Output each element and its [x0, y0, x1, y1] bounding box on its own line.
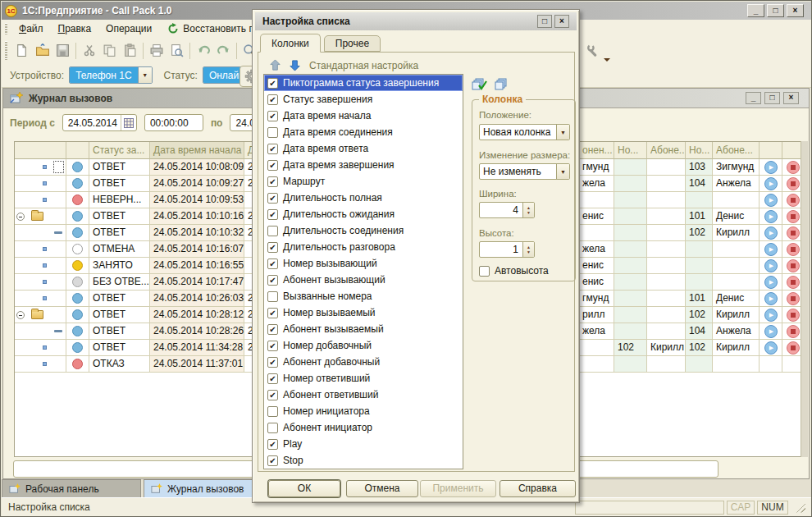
- cell-start[interactable]: 24.05.2014 10:28:26: [150, 323, 244, 340]
- minimize-button[interactable]: _: [747, 4, 764, 17]
- help-button[interactable]: Справка: [500, 480, 576, 497]
- play-button[interactable]: ▶: [764, 177, 778, 190]
- stop-button[interactable]: [787, 161, 800, 174]
- ok-button[interactable]: ОК: [268, 480, 340, 497]
- cell-ab2[interactable]: Кирилл: [713, 307, 760, 323]
- column-header-start[interactable]: Дата время начала: [150, 142, 244, 159]
- chevron-down-icon[interactable]: ▼: [556, 164, 569, 179]
- move-up-button[interactable]: [267, 57, 283, 72]
- column-list-item[interactable]: Номер инициатора: [264, 403, 463, 419]
- cell-abonent[interactable]: гмунд: [579, 291, 614, 307]
- cell-no1[interactable]: [614, 192, 647, 208]
- cell-no2[interactable]: [686, 241, 713, 258]
- status-icon-cell[interactable]: [66, 307, 89, 323]
- status-icon-cell[interactable]: [66, 159, 89, 176]
- date-from-field[interactable]: 24.05.2014: [62, 114, 137, 131]
- cell-ab1[interactable]: [647, 241, 686, 258]
- cell-status[interactable]: ЗАНЯТО: [89, 258, 150, 274]
- autoheight-checkbox[interactable]: Автовысота: [479, 265, 549, 277]
- cell-no2[interactable]: 104: [686, 176, 713, 192]
- cell-abonent[interactable]: енис: [579, 258, 614, 274]
- cell-abonent[interactable]: жела: [579, 323, 614, 340]
- cell-ab2[interactable]: [713, 258, 760, 274]
- column-checkbox[interactable]: [267, 193, 278, 204]
- cell-status[interactable]: ОТВЕТ: [89, 208, 150, 225]
- menu-item-1[interactable]: Файл: [11, 21, 51, 37]
- column-list-item[interactable]: Длительность разговора: [264, 239, 463, 255]
- column-checkbox[interactable]: [267, 258, 278, 269]
- cell-status[interactable]: ОТКАЗ: [89, 356, 150, 373]
- cell-start[interactable]: 24.05.2014 10:10:16: [150, 208, 244, 225]
- status-icon-cell[interactable]: [66, 274, 89, 291]
- play-button[interactable]: ▶: [764, 194, 778, 207]
- cell-ab1[interactable]: Кирилл: [647, 340, 686, 356]
- column-checkbox[interactable]: [267, 439, 278, 450]
- cell-ab1[interactable]: [647, 323, 686, 340]
- column-list-item[interactable]: Stop: [264, 452, 463, 469]
- cell-ab2[interactable]: Денис: [713, 208, 760, 225]
- column-list-item[interactable]: Абонент добавочный: [264, 354, 463, 370]
- spinner-arrows-icon[interactable]: ▲▼: [522, 242, 534, 257]
- cell-no1[interactable]: [614, 291, 647, 307]
- column-header-marker[interactable]: [15, 142, 66, 159]
- column-list-item[interactable]: Абонент инициатор: [264, 419, 463, 436]
- column-checkbox[interactable]: [267, 226, 278, 236]
- column-checkbox[interactable]: [267, 341, 278, 351]
- cell-ab2[interactable]: Анжела: [713, 323, 760, 340]
- cancel-button[interactable]: Отмена: [346, 480, 418, 497]
- cell-no2[interactable]: 102: [686, 340, 713, 356]
- cell-start[interactable]: 24.05.2014 10:16:55: [150, 258, 244, 274]
- stop-button[interactable]: [787, 292, 800, 305]
- toolbar-grip[interactable]: [5, 23, 7, 34]
- cell-start[interactable]: 24.05.2014 10:08:09: [150, 159, 244, 176]
- play-button[interactable]: ▶: [764, 161, 778, 174]
- cell-abonent[interactable]: рилл: [579, 307, 614, 323]
- calendar-icon[interactable]: [121, 115, 136, 130]
- column-checkbox[interactable]: [267, 308, 278, 318]
- cell-no2[interactable]: [686, 274, 713, 291]
- column-list-item[interactable]: Абонент ответивший: [264, 387, 463, 403]
- cell-ab1[interactable]: [647, 307, 686, 323]
- column-header-status[interactable]: Статус за...: [89, 142, 150, 159]
- cell-abonent[interactable]: [579, 225, 614, 241]
- resize-grip[interactable]: [795, 502, 805, 513]
- cell-ab2[interactable]: Зигмунд: [713, 159, 760, 176]
- menu-item-2[interactable]: Правка: [51, 21, 99, 37]
- new-document-icon[interactable]: [11, 41, 32, 60]
- cut-icon[interactable]: [79, 41, 99, 60]
- column-list-item[interactable]: Пиктограмма статуса завершения: [264, 75, 463, 91]
- position-select[interactable]: Новая колонка ▼: [479, 124, 570, 140]
- column-checkbox[interactable]: [267, 160, 278, 171]
- status-icon-cell[interactable]: [66, 176, 89, 192]
- cell-ab2[interactable]: [713, 241, 760, 258]
- cell-no2[interactable]: 102: [686, 307, 713, 323]
- status-icon-cell[interactable]: [66, 241, 89, 258]
- tab-columns[interactable]: Колонки: [260, 34, 321, 53]
- cell-ab1[interactable]: [647, 208, 686, 225]
- standard-settings-link[interactable]: Стандартная настройка: [309, 60, 418, 71]
- cell-status[interactable]: БЕЗ ОТВЕ...: [89, 274, 150, 291]
- cell-status[interactable]: ОТВЕТ: [89, 340, 150, 356]
- column-list-item[interactable]: Дата время ответа: [264, 140, 463, 157]
- status-icon-cell[interactable]: [66, 208, 89, 225]
- cell-status[interactable]: ОТВЕТ: [89, 323, 150, 340]
- column-list-item[interactable]: Абонент вызываемый: [264, 321, 463, 337]
- cell-start[interactable]: 24.05.2014 10:09:27: [150, 176, 244, 192]
- vertical-scrollbar[interactable]: [801, 141, 808, 457]
- cell-no1[interactable]: [614, 241, 647, 258]
- cell-ab1[interactable]: [647, 258, 686, 274]
- row-marker-cell[interactable]: [15, 356, 66, 373]
- play-button[interactable]: ▶: [764, 325, 778, 338]
- column-list-item[interactable]: Дата время завершения: [264, 157, 463, 173]
- column-checkbox[interactable]: [267, 111, 278, 121]
- cell-abonent[interactable]: жела: [579, 241, 614, 258]
- cell-no2[interactable]: [686, 192, 713, 208]
- row-marker-cell[interactable]: [15, 307, 66, 323]
- cell-abonent[interactable]: гмунд: [579, 159, 614, 176]
- open-folder-icon[interactable]: [32, 41, 52, 60]
- cell-ab2[interactable]: Кирилл: [713, 340, 760, 356]
- cell-no2[interactable]: 101: [686, 208, 713, 225]
- column-checkbox[interactable]: [267, 423, 278, 433]
- column-checkbox[interactable]: [267, 455, 278, 466]
- column-header-play[interactable]: [760, 142, 782, 159]
